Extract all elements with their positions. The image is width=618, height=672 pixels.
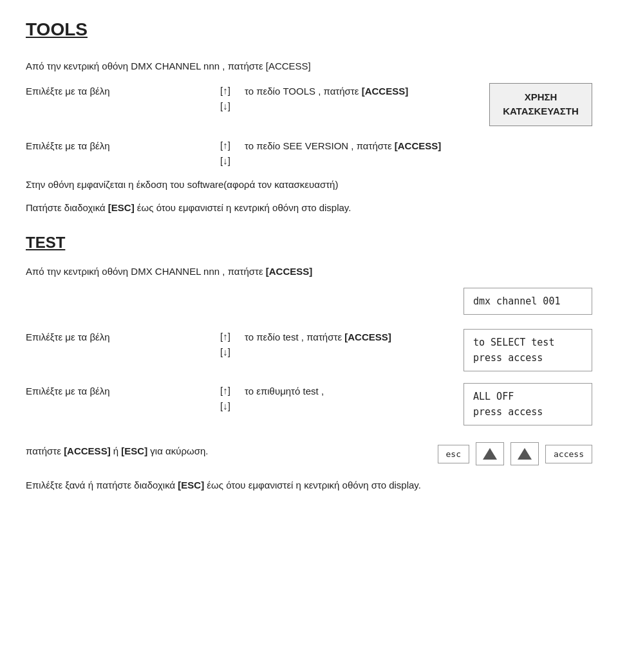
esc-key-btn[interactable]: esc [438, 445, 469, 463]
triangle-up-1-icon [483, 448, 497, 460]
test-row1-access: [ACCESS] [344, 331, 391, 342]
test-section-title: TEST [26, 234, 592, 252]
arrow-up-icon: [↑] [220, 83, 230, 98]
test-row1-label: Επιλέξτε με τα βέλη [26, 329, 206, 342]
test-arrow-down-2-icon: [↓] [220, 398, 230, 414]
test-row2-desc: το επιθυμητό test , [245, 386, 324, 397]
tools-para1: Στην οθόνη εμφανίζεται η έκδοση του soft… [26, 178, 592, 192]
test-arrow-up-2-icon: [↑] [220, 383, 230, 398]
test-arrow-up-icon: [↑] [220, 329, 230, 344]
key-buttons-bar: esc access [438, 442, 592, 465]
tools-row1-access: [ACCESS] [362, 86, 409, 97]
tools-row1-label: Επιλέξτε με τα βέλη [26, 83, 206, 97]
dmx-channel-display: dmx channel 001 [464, 288, 592, 315]
access-key-btn[interactable]: access [545, 445, 592, 463]
test-last-para: Επιλέξτε ξανά ή πατήστε διαδοχικά [ESC] … [26, 478, 592, 493]
test-arrow-down-icon: [↓] [220, 344, 230, 360]
triangle-up-btn-2[interactable] [510, 442, 539, 465]
triangle-up-btn-1[interactable] [476, 442, 504, 465]
tools-row1-desc: το πεδίο TOOLS , πατήστε [245, 86, 362, 97]
arrow-down-2-icon: [↓] [220, 153, 230, 169]
arrow-up-2-icon: [↑] [220, 138, 230, 153]
select-test-display: to SELECT test press access [464, 329, 592, 371]
tools-para2: Πατήστε διαδοχικά [ESC] έως ότου εμφανισ… [26, 201, 592, 216]
all-off-display: ALL OFF press access [464, 383, 592, 425]
tools-row2-desc: το πεδίο SEE VERSION , πατήστε [245, 140, 395, 151]
tools-intro: Από την κεντρική οθόνη DMX CHANNEL nnn ,… [26, 59, 592, 74]
test-row1-desc: το πεδίο test , πατήστε [245, 331, 344, 342]
test-intro: Από την κεντρική οθόνη DMX CHANNEL nnn ,… [26, 265, 592, 279]
arrow-down-icon: [↓] [220, 98, 230, 114]
tools-row2-label: Επιλέξτε με τα βέλη [26, 138, 206, 151]
tools-row2-access: [ACCESS] [395, 140, 442, 151]
test-row2-label: Επιλέξτε με τα βέλη [26, 383, 206, 397]
triangle-up-2-icon [518, 448, 532, 460]
test-footer-text: πατήστε [ACCESS] ή [ESC] για ακύρωση. [26, 444, 425, 459]
manufacturer-box: ΧΡΗΣΗ ΚΑΤΑΣΚΕΥΑΣΤΗ [489, 83, 592, 126]
page-title: TOOLS [26, 19, 592, 40]
